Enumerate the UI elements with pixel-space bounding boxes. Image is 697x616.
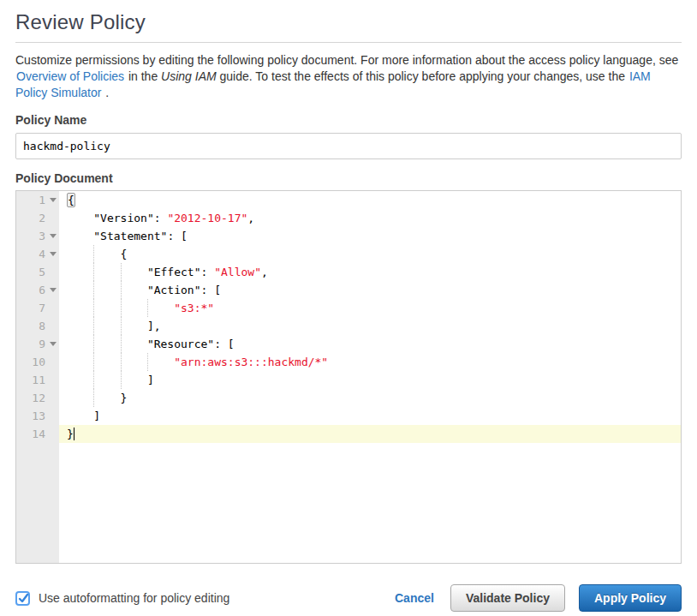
code-token: ], (147, 320, 161, 332)
gutter-cell: 10 (16, 353, 59, 371)
intro-part3: guide. To test the effects of this polic… (217, 69, 628, 83)
overview-of-policies-link[interactable]: Overview of Policies (15, 69, 125, 83)
code-token: "Statement": [ (93, 230, 188, 242)
code-line[interactable]: "Statement": [ (59, 227, 681, 245)
indent-guide (67, 227, 93, 245)
indent-guide (93, 317, 120, 335)
fold-arrow-icon[interactable] (50, 198, 57, 202)
autoformat-option: Use autoformatting for policy editing (15, 591, 229, 606)
indent-guide (67, 317, 93, 335)
apply-policy-button[interactable]: Apply Policy (579, 584, 682, 612)
gutter-cell: 9 (16, 335, 59, 353)
indent-guide (93, 335, 120, 353)
indent-guide (93, 371, 120, 389)
code-token: "Resource": [ (147, 338, 235, 350)
code-token: "Effect": (147, 266, 214, 278)
code-token: "Action": [ (147, 284, 221, 296)
indent-guide (67, 407, 93, 425)
code-token-string: "arn:aws:s3:::hackmd/*" (174, 356, 328, 368)
gutter-cell: 6 (16, 281, 59, 299)
indent-guide (147, 353, 174, 371)
header-divider (15, 42, 682, 43)
indent-guide (147, 299, 174, 317)
code-token: { (67, 193, 75, 207)
policy-name-label: Policy Name (15, 113, 682, 127)
code-line[interactable]: "Effect": "Allow", (59, 263, 681, 281)
intro-text: Customize permissions by editing the fol… (15, 52, 682, 101)
editor-code[interactable]: {"Version": "2012-10-17","Statement": [{… (59, 191, 681, 563)
gutter-cell: 2 (16, 209, 59, 227)
code-line[interactable]: "s3:*" (59, 299, 681, 317)
indent-guide (67, 263, 93, 281)
code-token-string: "s3:*" (174, 302, 214, 314)
indent-guide (93, 245, 120, 263)
code-token: "Version": (93, 212, 167, 224)
text-cursor (74, 428, 74, 440)
code-line[interactable]: "Version": "2012-10-17", (59, 209, 681, 227)
page-title: Review Policy (15, 10, 682, 34)
fold-arrow-icon[interactable] (50, 234, 57, 238)
editor-gutter: 1234567891011121314 (16, 191, 59, 563)
indent-guide (93, 389, 120, 407)
indent-guide (121, 263, 147, 281)
code-token-string: "2012-10-17" (167, 212, 247, 224)
gutter-cell: 8 (16, 317, 59, 335)
indent-guide (121, 281, 147, 299)
code-line[interactable]: ] (59, 371, 681, 389)
using-iam-guide-name: Using IAM (161, 69, 217, 83)
indent-guide (67, 209, 93, 227)
intro-part2: in the (125, 69, 161, 83)
review-policy-page: Review Policy Customize permissions by e… (0, 10, 697, 612)
indent-guide (67, 245, 93, 263)
code-line[interactable]: { (59, 245, 681, 263)
cancel-link[interactable]: Cancel (395, 591, 434, 605)
fold-arrow-icon[interactable] (50, 252, 57, 256)
check-icon (17, 592, 30, 605)
code-token: ] (147, 374, 154, 386)
fold-arrow-icon[interactable] (50, 342, 57, 346)
code-line[interactable]: ], (59, 317, 681, 335)
indent-guide (67, 371, 93, 389)
indent-guide (93, 299, 120, 317)
gutter-cell: 12 (16, 389, 59, 407)
policy-name-input[interactable] (15, 133, 682, 159)
indent-guide (67, 353, 93, 371)
code-line[interactable]: "arn:aws:s3:::hackmd/*" (59, 353, 681, 371)
policy-document-editor[interactable]: 1234567891011121314 {"Version": "2012-10… (15, 190, 682, 564)
code-token: , (247, 212, 254, 224)
gutter-cell: 11 (16, 371, 59, 389)
gutter-cell: 14 (16, 425, 59, 443)
indent-guide (93, 281, 120, 299)
indent-guide (121, 335, 147, 353)
code-line[interactable]: "Resource": [ (59, 335, 681, 353)
indent-guide (67, 281, 93, 299)
code-line[interactable]: } (59, 389, 681, 407)
gutter-cell: 1 (16, 191, 59, 209)
indent-guide (67, 389, 93, 407)
fold-arrow-icon[interactable] (50, 288, 57, 292)
code-token: } (67, 428, 74, 440)
action-buttons: Cancel Validate Policy Apply Policy (395, 584, 682, 612)
gutter-cell: 7 (16, 299, 59, 317)
policy-document-label: Policy Document (15, 171, 682, 185)
indent-guide (121, 299, 147, 317)
code-line[interactable]: } (59, 425, 681, 443)
indent-guide (67, 299, 93, 317)
indent-guide (121, 353, 147, 371)
code-line[interactable]: "Action": [ (59, 281, 681, 299)
gutter-cell: 5 (16, 263, 59, 281)
code-token: , (261, 266, 268, 278)
intro-part1: Customize permissions by editing the fol… (15, 53, 678, 67)
gutter-cell: 13 (16, 407, 59, 425)
autoformat-checkbox[interactable] (15, 591, 30, 606)
indent-guide (93, 353, 120, 371)
code-line[interactable]: { (59, 191, 681, 209)
gutter-cell: 3 (16, 227, 59, 245)
autoformat-label: Use autoformatting for policy editing (39, 591, 229, 605)
intro-part4: . (102, 86, 109, 99)
code-line[interactable]: ] (59, 407, 681, 425)
validate-policy-button[interactable]: Validate Policy (450, 584, 565, 612)
gutter-cell: 4 (16, 245, 59, 263)
code-token: ] (93, 410, 100, 422)
code-token-string: "Allow" (214, 266, 261, 278)
